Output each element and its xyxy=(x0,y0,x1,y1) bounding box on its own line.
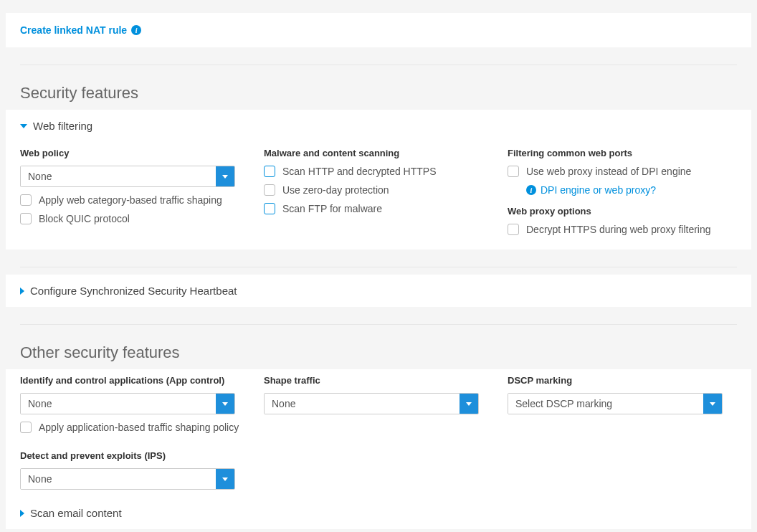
app-control-value: None xyxy=(21,394,216,414)
app-control-label: Identify and control applications (App c… xyxy=(20,375,264,386)
dscp-label: DSCP marking xyxy=(508,375,751,386)
info-icon[interactable]: i xyxy=(131,25,141,35)
decrypt-https-row[interactable]: Decrypt HTTPS during web proxy filtering xyxy=(508,224,751,235)
app-control-select[interactable]: None xyxy=(20,393,235,414)
block-quic-row[interactable]: Block QUIC protocol xyxy=(20,213,264,224)
apply-shaping-checkbox[interactable] xyxy=(20,194,32,206)
col-dscp: DSCP marking Select DSCP marking xyxy=(508,372,751,490)
scan-ftp-label: Scan FTP for malware xyxy=(282,203,382,214)
info-icon: i xyxy=(526,185,536,195)
security-features-title: Security features xyxy=(0,72,757,110)
dpi-help-link[interactable]: i DPI engine or web proxy? xyxy=(526,184,751,196)
col-app-control: Identify and control applications (App c… xyxy=(20,372,264,490)
dropdown-button xyxy=(216,469,234,489)
zero-day-label: Use zero-day protection xyxy=(282,184,389,196)
heartbeat-label: Configure Synchronized Security Heartbea… xyxy=(30,285,237,297)
dscp-select[interactable]: Select DSCP marking xyxy=(508,393,723,414)
decrypt-https-label: Decrypt HTTPS during web proxy filtering xyxy=(526,224,711,235)
col-web-policy: Web policy None Apply web category-based… xyxy=(20,145,264,235)
dropdown-button xyxy=(216,394,234,414)
apply-shaping-label: Apply web category-based traffic shaping xyxy=(39,194,222,206)
apply-shaping-row[interactable]: Apply web category-based traffic shaping xyxy=(20,194,264,206)
shape-traffic-label: Shape traffic xyxy=(264,375,508,386)
malware-label: Malware and content scanning xyxy=(264,148,508,158)
caret-down-icon xyxy=(222,478,228,481)
col-shape-traffic: Shape traffic None xyxy=(264,372,508,490)
caret-down-icon xyxy=(710,402,715,406)
dpi-help-label: DPI engine or web proxy? xyxy=(541,184,656,196)
filter-ports-label: Filtering common web ports xyxy=(508,148,751,158)
apply-app-shaping-row[interactable]: Apply application-based traffic shaping … xyxy=(20,422,264,433)
scan-http-label: Scan HTTP and decrypted HTTPS xyxy=(282,166,437,177)
caret-down-icon xyxy=(222,175,228,179)
block-quic-checkbox[interactable] xyxy=(20,213,32,224)
shape-traffic-value: None xyxy=(265,394,460,414)
other-security-body: Identify and control applications (App c… xyxy=(6,369,751,504)
block-quic-label: Block QUIC protocol xyxy=(39,213,130,224)
use-web-proxy-checkbox[interactable] xyxy=(508,166,519,177)
chevron-right-icon xyxy=(20,288,24,295)
heartbeat-toggle[interactable]: Configure Synchronized Security Heartbea… xyxy=(6,275,751,307)
scan-email-label: Scan email content xyxy=(30,507,122,519)
divider xyxy=(20,267,737,267)
dropdown-button xyxy=(216,166,234,186)
ips-value: None xyxy=(21,469,216,489)
nat-link-row: Create linked NAT rule i xyxy=(6,13,751,47)
ips-label: Detect and prevent exploits (IPS) xyxy=(20,450,264,461)
other-security-title: Other security features xyxy=(0,332,757,369)
dropdown-button xyxy=(460,394,478,414)
create-nat-link[interactable]: Create linked NAT rule i xyxy=(20,24,141,36)
col-malware: Malware and content scanning Scan HTTP a… xyxy=(264,145,508,235)
chevron-down-icon xyxy=(20,124,27,128)
caret-down-icon xyxy=(466,402,472,406)
web-filtering-label: Web filtering xyxy=(33,120,92,132)
use-web-proxy-label: Use web proxy instead of DPI engine xyxy=(526,166,691,177)
caret-down-icon xyxy=(222,402,228,406)
apply-app-shaping-checkbox[interactable] xyxy=(20,422,32,433)
ips-select[interactable]: None xyxy=(20,468,235,490)
web-policy-value: None xyxy=(21,166,216,186)
dropdown-button xyxy=(703,394,722,414)
shape-traffic-select[interactable]: None xyxy=(264,393,479,414)
web-filtering-toggle[interactable]: Web filtering xyxy=(6,110,751,142)
scan-http-checkbox[interactable] xyxy=(264,166,275,177)
web-policy-label: Web policy xyxy=(20,148,264,158)
web-proxy-options-label: Web proxy options xyxy=(508,206,751,217)
create-nat-link-label: Create linked NAT rule xyxy=(20,24,127,36)
col-filtering-ports: Filtering common web ports Use web proxy… xyxy=(508,145,751,235)
apply-app-shaping-label: Apply application-based traffic shaping … xyxy=(39,422,239,433)
zero-day-checkbox[interactable] xyxy=(264,184,275,196)
dscp-value: Select DSCP marking xyxy=(508,394,703,414)
scan-ftp-checkbox[interactable] xyxy=(264,203,275,214)
decrypt-https-checkbox[interactable] xyxy=(508,224,519,235)
scan-email-toggle[interactable]: Scan email content xyxy=(6,504,751,529)
zero-day-row[interactable]: Use zero-day protection xyxy=(264,184,508,196)
web-policy-select[interactable]: None xyxy=(20,166,235,187)
divider xyxy=(20,65,737,65)
use-web-proxy-row[interactable]: Use web proxy instead of DPI engine xyxy=(508,166,751,177)
scan-http-row[interactable]: Scan HTTP and decrypted HTTPS xyxy=(264,166,508,177)
chevron-right-icon xyxy=(20,510,24,517)
web-filtering-body: Web policy None Apply web category-based… xyxy=(6,142,751,250)
scan-ftp-row[interactable]: Scan FTP for malware xyxy=(264,203,508,214)
divider xyxy=(20,324,737,325)
